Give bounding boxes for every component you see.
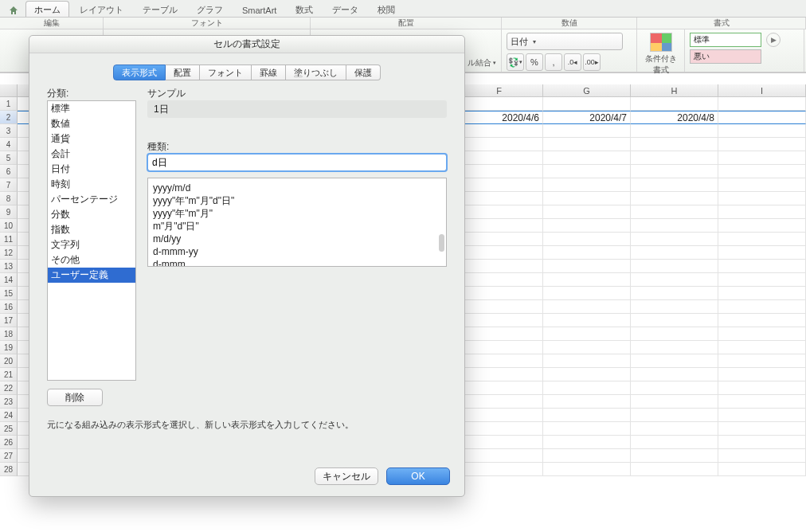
cell[interactable]: [456, 368, 543, 381]
row-header[interactable]: 13: [0, 260, 18, 273]
cell[interactable]: [456, 178, 543, 192]
row-header[interactable]: 27: [0, 449, 18, 463]
cell[interactable]: [718, 300, 806, 314]
cell[interactable]: [631, 97, 718, 111]
row-header[interactable]: 2: [0, 111, 18, 124]
cell[interactable]: [456, 409, 543, 422]
cell[interactable]: [543, 354, 631, 368]
tab-smartart[interactable]: SmartArt: [233, 1, 285, 17]
cell[interactable]: [631, 151, 718, 165]
cell[interactable]: [631, 381, 718, 395]
scrollbar[interactable]: [438, 194, 444, 263]
row-header[interactable]: 24: [0, 409, 18, 422]
cell[interactable]: [456, 233, 543, 246]
cell[interactable]: [456, 354, 543, 368]
row-header[interactable]: 8: [0, 192, 18, 205]
row-header[interactable]: 25: [0, 422, 18, 436]
cell[interactable]: [718, 165, 806, 178]
cell[interactable]: [543, 300, 631, 314]
cell[interactable]: [543, 341, 631, 354]
format-code-item[interactable]: yyyy"年"m"月": [153, 207, 441, 220]
row-header[interactable]: 26: [0, 436, 18, 449]
cell[interactable]: [631, 178, 718, 192]
category-item[interactable]: 通貨: [48, 131, 135, 147]
cell[interactable]: [631, 246, 718, 260]
cell[interactable]: [718, 341, 806, 354]
cell[interactable]: [456, 314, 543, 327]
cell[interactable]: [718, 381, 806, 395]
tab-chart[interactable]: グラフ: [188, 1, 232, 17]
cell[interactable]: [543, 219, 631, 233]
category-item[interactable]: 時刻: [48, 177, 135, 192]
tab-layout[interactable]: レイアウト: [71, 1, 132, 17]
cell[interactable]: [543, 205, 631, 219]
cell[interactable]: [718, 395, 806, 409]
row-header[interactable]: 28: [0, 463, 18, 476]
row-header[interactable]: 11: [0, 233, 18, 246]
cell[interactable]: [543, 273, 631, 287]
row-header[interactable]: 19: [0, 341, 18, 354]
cell[interactable]: [456, 341, 543, 354]
cell[interactable]: [631, 463, 718, 476]
cell[interactable]: [456, 273, 543, 287]
dlgtab-number[interactable]: 表示形式: [113, 65, 166, 80]
category-item[interactable]: 分数: [48, 207, 135, 222]
row-header[interactable]: 15: [0, 287, 18, 300]
format-code-item[interactable]: d-mmm-yy: [153, 245, 441, 258]
cell[interactable]: [718, 219, 806, 233]
cell[interactable]: [543, 368, 631, 381]
cell[interactable]: [456, 205, 543, 219]
style-normal[interactable]: 標準: [690, 33, 761, 47]
dlgtab-border[interactable]: 罫線: [252, 65, 286, 80]
tab-table[interactable]: テーブル: [134, 1, 186, 17]
scrollbar-thumb[interactable]: [439, 234, 444, 252]
cell[interactable]: [543, 192, 631, 205]
format-code-item[interactable]: d-mmm: [153, 258, 441, 267]
cancel-button[interactable]: キャンセル: [315, 467, 378, 485]
cell[interactable]: [718, 273, 806, 287]
tab-formula[interactable]: 数式: [287, 1, 322, 17]
cell[interactable]: 2020/4/8: [631, 111, 718, 124]
row-header[interactable]: 18: [0, 327, 18, 341]
cell[interactable]: [718, 314, 806, 327]
category-list[interactable]: 標準数値通貨会計日付時刻パーセンテージ分数指数文字列その他ユーザー定義: [47, 100, 136, 381]
cell[interactable]: [456, 124, 543, 138]
cell[interactable]: [718, 192, 806, 205]
category-item[interactable]: 会計: [48, 147, 135, 162]
cell[interactable]: [456, 300, 543, 314]
cell[interactable]: [631, 287, 718, 300]
style-bad[interactable]: 悪い: [690, 49, 761, 64]
row-header[interactable]: 17: [0, 314, 18, 327]
cell[interactable]: [456, 246, 543, 260]
format-code-list[interactable]: yyyy/m/dyyyy"年"m"月"d"日"yyyy"年"m"月"m"月"d"…: [147, 178, 447, 267]
cell[interactable]: [543, 409, 631, 422]
cell[interactable]: [631, 314, 718, 327]
row-header[interactable]: 20: [0, 354, 18, 368]
row-header[interactable]: 5: [0, 151, 18, 165]
panel-conditional-format[interactable]: 条件付き 書式: [637, 29, 685, 72]
cell[interactable]: [631, 273, 718, 287]
cell[interactable]: [543, 246, 631, 260]
cell[interactable]: [718, 205, 806, 219]
cell[interactable]: [543, 97, 631, 111]
row-header[interactable]: 10: [0, 219, 18, 233]
cell[interactable]: [631, 138, 718, 151]
select-all-corner[interactable]: [0, 84, 18, 96]
category-item[interactable]: 文字列: [48, 237, 135, 252]
colhead-I[interactable]: I: [718, 84, 806, 96]
cell[interactable]: [718, 449, 806, 463]
cell[interactable]: [718, 151, 806, 165]
cell[interactable]: [543, 463, 631, 476]
cell[interactable]: [543, 151, 631, 165]
cell[interactable]: [456, 463, 543, 476]
dlgtab-font[interactable]: フォント: [200, 65, 252, 80]
cell[interactable]: [718, 463, 806, 476]
row-header[interactable]: 21: [0, 368, 18, 381]
cell[interactable]: [718, 111, 806, 124]
row-header[interactable]: 6: [0, 165, 18, 178]
cell[interactable]: [718, 97, 806, 111]
currency-button[interactable]: 💱▾: [507, 53, 524, 71]
dlgtab-align[interactable]: 配置: [166, 65, 200, 80]
cell[interactable]: [543, 124, 631, 138]
cell[interactable]: [718, 233, 806, 246]
